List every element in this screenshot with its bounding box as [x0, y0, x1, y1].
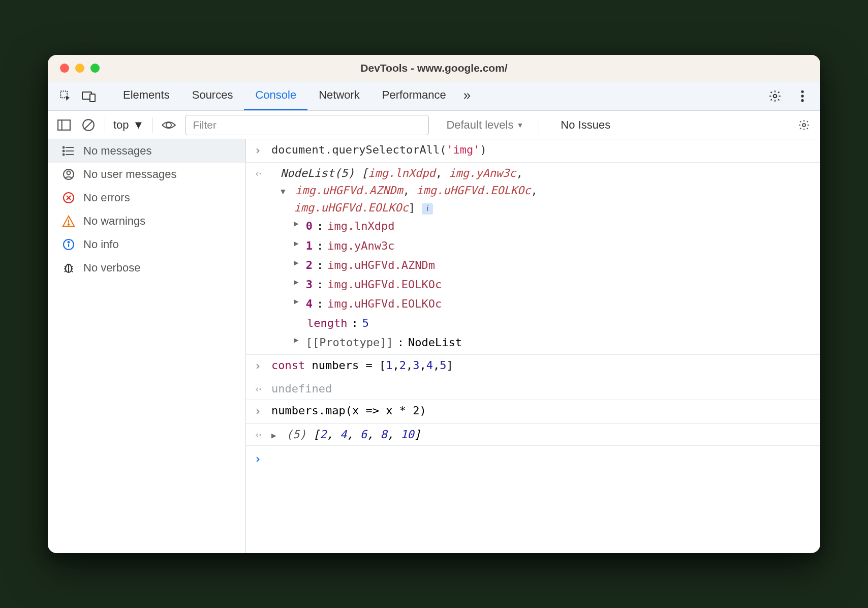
sidebar-item-info[interactable]: No info: [48, 233, 245, 256]
filter-input[interactable]: [185, 115, 429, 135]
expand-icon[interactable]: ▶: [294, 237, 299, 255]
output-marker-icon: [254, 165, 266, 352]
console-settings-gear-icon[interactable]: [796, 117, 812, 133]
svg-point-11: [166, 123, 171, 128]
code-string: 'img': [446, 143, 480, 156]
maximize-window-button[interactable]: [90, 64, 100, 73]
sidebar-item-label: No messages: [83, 144, 152, 158]
expand-icon[interactable]: ▶: [294, 257, 299, 274]
nodelist-row[interactable]: ▶4: img.uHGFVd.EOLKOc: [294, 294, 816, 314]
output-marker-icon: [254, 426, 266, 443]
code-text: numbers = [: [312, 359, 386, 372]
issues-label[interactable]: No Issues: [561, 118, 610, 132]
svg-point-25: [68, 224, 69, 225]
expand-icon[interactable]: ▶: [294, 295, 299, 313]
console-output-entry[interactable]: ▶ (5) [2, 4, 6, 8, 10]: [246, 424, 820, 446]
inspect-element-icon[interactable]: [57, 87, 74, 105]
error-icon: [62, 191, 75, 204]
nodelist-item[interactable]: img.lnXdpd: [368, 167, 435, 179]
svg-line-10: [84, 121, 92, 129]
context-selector[interactable]: top ▼: [113, 118, 144, 132]
sidebar-item-label: No info: [83, 238, 119, 251]
expand-icon[interactable]: ▶: [294, 218, 299, 235]
svg-line-35: [65, 270, 66, 272]
console-sidebar: No messages No user messages No errors N…: [48, 139, 246, 553]
devtools-window: DevTools - www.google.com/ Elements Sour…: [48, 55, 820, 553]
nodelist-item[interactable]: img.uHGFVd.AZNDm: [295, 184, 403, 197]
console-output-entry[interactable]: NodeList(5) [img.lnXdpd, img.yAnw3c, ▼ i…: [246, 163, 820, 355]
tabs-overflow-button[interactable]: »: [457, 81, 477, 110]
svg-point-28: [68, 241, 70, 243]
nodelist-item[interactable]: img.uHGFVd.EOLKOc: [416, 184, 531, 197]
input-marker-icon: [254, 141, 266, 160]
array-count: (5): [286, 428, 306, 441]
svg-line-36: [71, 270, 73, 272]
close-window-button[interactable]: [60, 64, 69, 73]
console-input-entry[interactable]: document.querySelectorAll('img'): [246, 139, 820, 163]
tab-console[interactable]: Console: [244, 81, 307, 110]
expand-toggle-icon[interactable]: ▼: [281, 186, 286, 198]
main-tabbar: Elements Sources Console Network Perform…: [48, 81, 820, 111]
sidebar-item-messages[interactable]: No messages: [48, 139, 245, 163]
clear-console-icon[interactable]: [80, 117, 97, 133]
info-badge-icon[interactable]: i: [422, 203, 433, 215]
console-input-entry[interactable]: const numbers = [1,2,3,4,5]: [246, 355, 820, 378]
nodelist-prototype[interactable]: ▶[[Prototype]]: NodeList: [294, 333, 816, 352]
svg-point-6: [801, 99, 803, 101]
console-output: document.querySelectorAll('img') NodeLis…: [246, 139, 820, 553]
nodelist-row[interactable]: ▶2: img.uHGFVd.AZNDm: [294, 256, 816, 275]
user-icon: [62, 168, 75, 181]
levels-label: Default levels: [446, 118, 513, 132]
svg-point-3: [773, 94, 777, 98]
tab-elements[interactable]: Elements: [112, 81, 181, 110]
nodelist-item[interactable]: img.yAnw3c: [449, 167, 516, 179]
input-marker-icon: [254, 357, 266, 376]
sidebar-item-errors[interactable]: No errors: [48, 186, 245, 209]
toggle-sidebar-icon[interactable]: [56, 117, 72, 133]
console-toolbar: top ▼ Default levels ▼ No Issues: [48, 111, 820, 139]
nodelist-length: length: 5: [294, 314, 816, 333]
list-icon: [62, 144, 75, 158]
console-output-entry: undefined: [246, 378, 820, 400]
log-levels-selector[interactable]: Default levels ▼: [446, 118, 523, 132]
sidebar-item-label: No verbose: [83, 261, 141, 275]
nodelist-row[interactable]: ▶1: img.yAnw3c: [294, 236, 816, 256]
sidebar-item-verbose[interactable]: No verbose: [48, 256, 245, 280]
expand-icon[interactable]: ▶: [294, 334, 299, 351]
code-text: ): [480, 143, 487, 156]
code-text: document.querySelectorAll(: [271, 143, 446, 156]
console-input-entry[interactable]: numbers.map(x => x * 2): [246, 400, 820, 423]
chevron-down-icon: ▼: [133, 118, 144, 132]
expand-icon[interactable]: ▶: [294, 276, 299, 293]
minimize-window-button[interactable]: [75, 64, 84, 73]
sidebar-item-label: No errors: [83, 191, 130, 204]
svg-point-4: [801, 90, 803, 93]
code-keyword: const: [271, 359, 305, 372]
nodelist-row[interactable]: ▶3: img.uHGFVd.EOLKOc: [294, 275, 816, 294]
settings-gear-icon[interactable]: [766, 87, 784, 105]
sidebar-item-user-messages[interactable]: No user messages: [48, 163, 245, 186]
toggle-device-toolbar-icon[interactable]: [80, 87, 98, 105]
more-menu-icon[interactable]: [794, 87, 811, 105]
svg-point-16: [63, 147, 65, 148]
context-label: top: [113, 118, 129, 132]
svg-rect-7: [58, 120, 70, 130]
tab-sources[interactable]: Sources: [181, 81, 244, 110]
nodelist-label: NodeList(5): [281, 167, 355, 179]
tab-performance[interactable]: Performance: [371, 81, 457, 110]
console-prompt[interactable]: ›: [246, 446, 820, 473]
tabs: Elements Sources Console Network Perform…: [112, 81, 760, 110]
nodelist-expanded: ▶0: img.lnXdpd ▶1: img.yAnw3c ▶2: img.uH…: [271, 217, 816, 352]
nodelist-row[interactable]: ▶0: img.lnXdpd: [294, 217, 816, 236]
tab-network[interactable]: Network: [307, 81, 371, 110]
sidebar-item-warnings[interactable]: No warnings: [48, 209, 245, 233]
svg-point-12: [802, 124, 805, 127]
bug-icon: [62, 261, 75, 275]
svg-point-17: [63, 150, 65, 152]
svg-point-5: [801, 95, 803, 97]
live-expression-icon[interactable]: [161, 117, 177, 133]
expand-icon[interactable]: ▶: [271, 430, 276, 442]
nodelist-item[interactable]: img.uHGFVd.EOLKOc: [294, 201, 409, 214]
warning-icon: [62, 215, 75, 228]
sidebar-item-label: No user messages: [83, 168, 176, 181]
